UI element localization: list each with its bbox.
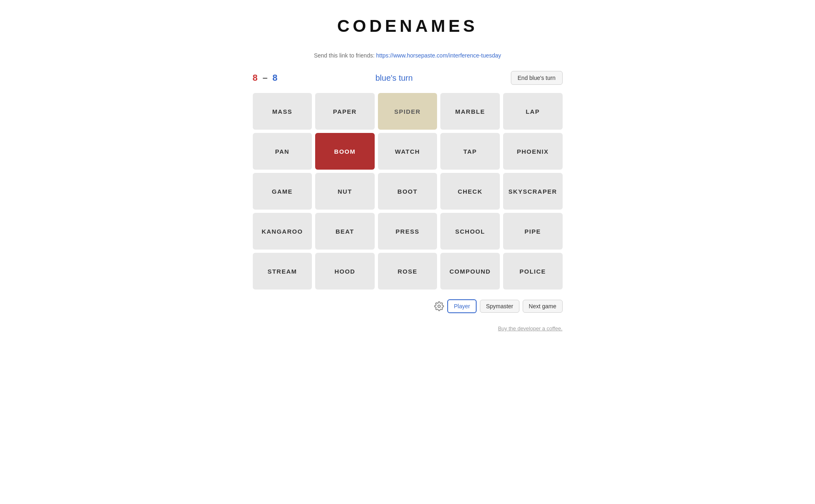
card-lap[interactable]: LAP	[503, 93, 563, 130]
turn-indicator: blue's turn	[375, 73, 413, 83]
card-rose[interactable]: ROSE	[378, 253, 437, 290]
card-check[interactable]: CHECK	[440, 173, 500, 210]
player-button[interactable]: Player	[447, 299, 477, 313]
share-url[interactable]: https://www.horsepaste.com/interference-…	[376, 52, 501, 59]
card-stream[interactable]: STREAM	[253, 253, 312, 290]
score-blue: 8	[272, 73, 277, 83]
buy-coffee: Buy the developer a coffee.	[253, 325, 563, 332]
card-hood[interactable]: HOOD	[315, 253, 375, 290]
card-skyscraper[interactable]: SKYSCRAPER	[503, 173, 563, 210]
spymaster-button[interactable]: Spymaster	[480, 300, 519, 313]
footer-controls: Player Spymaster Next game	[253, 299, 563, 313]
game-header: 8 – 8 blue's turn End blue's turn	[253, 71, 563, 85]
card-boot[interactable]: BOOT	[378, 173, 437, 210]
card-pan[interactable]: PAN	[253, 133, 312, 170]
card-tap[interactable]: TAP	[440, 133, 500, 170]
settings-icon[interactable]	[434, 301, 444, 311]
share-label: Send this link to friends:	[314, 52, 375, 59]
card-boom: BOOM	[315, 133, 375, 170]
card-beat[interactable]: BEAT	[315, 213, 375, 250]
card-police[interactable]: POLICE	[503, 253, 563, 290]
card-nut[interactable]: NUT	[315, 173, 375, 210]
card-watch[interactable]: WATCH	[378, 133, 437, 170]
card-phoenix[interactable]: PHOENIX	[503, 133, 563, 170]
end-turn-button[interactable]: End blue's turn	[511, 71, 563, 85]
card-school[interactable]: SCHOOL	[440, 213, 500, 250]
share-link-text: Send this link to friends: https://www.h…	[253, 52, 563, 59]
card-mass[interactable]: MASS	[253, 93, 312, 130]
card-compound[interactable]: COMPOUND	[440, 253, 500, 290]
score-dash: –	[263, 73, 267, 83]
card-spider[interactable]: SPIDER	[378, 93, 437, 130]
score-red: 8	[253, 73, 258, 83]
page-wrapper: CODENAMES Send this link to friends: htt…	[245, 0, 571, 348]
buy-coffee-link[interactable]: Buy the developer a coffee.	[498, 325, 562, 332]
card-marble[interactable]: MARBLE	[440, 93, 500, 130]
next-game-button[interactable]: Next game	[523, 300, 563, 313]
card-pipe[interactable]: PIPE	[503, 213, 563, 250]
card-press[interactable]: PRESS	[378, 213, 437, 250]
card-paper[interactable]: PAPER	[315, 93, 375, 130]
card-kangaroo[interactable]: KANGAROO	[253, 213, 312, 250]
card-game[interactable]: GAME	[253, 173, 312, 210]
game-board: MASSPAPERSPIDERMARBLELAPPANBOOMWATCHTAPP…	[253, 93, 563, 290]
score-display: 8 – 8	[253, 73, 278, 83]
svg-point-0	[438, 305, 440, 307]
game-title: CODENAMES	[253, 16, 563, 36]
